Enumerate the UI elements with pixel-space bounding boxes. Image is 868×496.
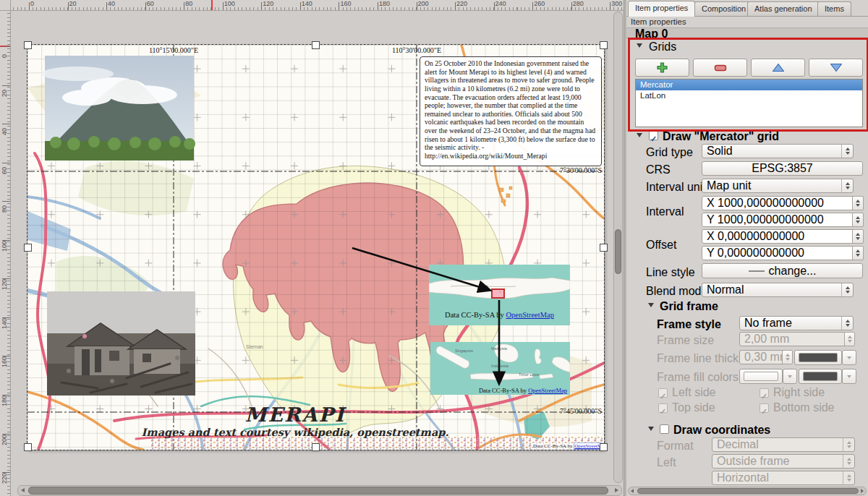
- frame-style-label: Frame style: [657, 318, 721, 331]
- interval-units-value: Map unit: [702, 179, 841, 192]
- place-label: Sleman: [246, 344, 263, 349]
- frame-style-value: No frame: [740, 317, 841, 330]
- ruler-tick: [106, 2, 107, 10]
- selection-handle-nw[interactable]: [24, 41, 32, 49]
- scrollbar-thumb[interactable]: [28, 487, 608, 495]
- selection-handle-ne[interactable]: [600, 41, 608, 49]
- grids-list[interactable]: MercatorLatLon: [635, 79, 863, 127]
- scroll-left-arrow[interactable]: [21, 488, 25, 492]
- blend-mode-value: Normal: [702, 283, 841, 296]
- draw-coordinates-collapse-arrow[interactable]: [648, 427, 654, 431]
- frame-side-option: Right side: [760, 386, 825, 399]
- grid-frame-collapse-arrow[interactable]: [648, 303, 654, 307]
- frame-fill-color1-dropdown: [783, 369, 797, 384]
- interval-x-spinbox[interactable]: X 1000,000000000000: [702, 196, 856, 210]
- horizontal-ruler: 0204060801001201401601802002202402602803…: [10, 0, 624, 11]
- combo-arrows-icon: [843, 438, 854, 451]
- destroyed-houses-photo[interactable]: [47, 291, 195, 395]
- draw-grid-collapse-arrow[interactable]: [637, 133, 642, 137]
- crs-button[interactable]: EPSG:3857: [702, 161, 863, 176]
- frame-line-thickness-spin-arrows: [782, 350, 793, 364]
- scrollbar-thumb[interactable]: [615, 229, 621, 274]
- interval-x-spin-arrows[interactable]: [852, 196, 864, 210]
- inset-map-indonesia[interactable]: Data CC-By-SA by OpenStreetMap Singapore…: [430, 342, 570, 395]
- offset-y-spinbox[interactable]: Y 0,000000000000: [702, 246, 856, 260]
- ruler-label: 0: [1, 54, 8, 58]
- offset-x-value: X 0,000000000000: [707, 230, 804, 243]
- left-position-label: Left: [657, 456, 676, 469]
- ruler-label: 60: [1, 167, 8, 174]
- grids-collapse-arrow[interactable]: [637, 43, 642, 48]
- add-grid-button[interactable]: [635, 59, 689, 77]
- ruler-tick: [339, 2, 339, 10]
- draw-grid-checkbox[interactable]: [649, 131, 658, 140]
- openstreetmap-link[interactable]: OpenStreetMap: [528, 387, 567, 394]
- offset-x-spin-arrows[interactable]: [852, 229, 864, 244]
- remove-grid-button[interactable]: [693, 59, 747, 77]
- article-text-item[interactable]: On 25 October 2010 the Indonesian govern…: [420, 56, 602, 166]
- offset-x-spinbox[interactable]: X 0,000000000000: [702, 229, 856, 244]
- composer-canvas[interactable]: 0204060801001201401601802002202402602803…: [0, 0, 624, 496]
- frame-sides-group: Left sideRight sideTop sideBottom side: [658, 386, 862, 419]
- ruler-label: 200: [418, 0, 429, 7]
- interval-label: Interval: [646, 205, 684, 218]
- interval-units-combo[interactable]: Map unit: [702, 179, 854, 193]
- openstreetmap-link[interactable]: OpenStreetMap: [506, 311, 553, 319]
- ruler-label: 140: [302, 0, 312, 7]
- scrollbar-thumb[interactable]: [637, 488, 859, 494]
- frame-size-value: 2,00 mm: [744, 333, 789, 346]
- ruler-label: 0: [30, 0, 34, 7]
- tab-item-properties[interactable]: Item properties: [628, 1, 695, 17]
- grid-list-item[interactable]: Mercator: [636, 80, 862, 90]
- canvas-horizontal-scrollbar[interactable]: [17, 485, 622, 496]
- move-grid-down-button[interactable]: [809, 59, 863, 77]
- openstreetmap-link[interactable]: OpenStreetM: [574, 442, 603, 450]
- line-style-label: Line style: [646, 266, 695, 279]
- format-label: Format: [657, 440, 694, 453]
- draw-coordinates-checkbox[interactable]: [660, 424, 669, 434]
- left-position-value: Outside frame: [712, 455, 843, 468]
- map-item[interactable]: 110°15'00.000"E 110°30'00.000"E 7°30'00.…: [27, 45, 604, 450]
- selection-handle-e[interactable]: [600, 244, 608, 252]
- ruler-label: 280: [573, 0, 584, 7]
- interval-y-spinbox[interactable]: Y 1000,000000000000: [702, 213, 856, 227]
- ruler-label: 160: [1, 356, 8, 367]
- combo-arrows-icon: [841, 145, 853, 158]
- interval-y-spin-arrows[interactable]: [852, 213, 864, 227]
- ruler-label: 80: [1, 205, 8, 213]
- frame-style-combo[interactable]: No frame: [739, 316, 854, 330]
- scroll-left-arrow[interactable]: [631, 489, 634, 493]
- up-triangle-icon: [772, 63, 785, 72]
- scroll-right-arrow[interactable]: [861, 489, 864, 493]
- map-title[interactable]: MERAPI: [172, 403, 418, 426]
- selection-handle-s[interactable]: [312, 443, 320, 451]
- map-subtitle[interactable]: Images and text courtesy wikipedia, open…: [93, 426, 498, 438]
- canvas-vertical-scrollbar[interactable]: [613, 12, 623, 483]
- move-grid-up-button[interactable]: [751, 59, 805, 77]
- blend-mode-combo[interactable]: Normal: [702, 283, 854, 297]
- selection-handle-w[interactable]: [24, 244, 32, 252]
- frame-line-thickness-spinbox: 0,30 mm: [739, 350, 786, 364]
- interval-y-value: Y 1000,000000000000: [707, 213, 824, 226]
- grid-list-item[interactable]: LatLon: [636, 90, 862, 101]
- frame-line-color-swatch: [799, 353, 838, 362]
- selection-handle-sw[interactable]: [24, 443, 32, 451]
- tab-atlas-generation[interactable]: Atlas generation: [747, 1, 820, 16]
- line-style-button[interactable]: change...: [702, 263, 863, 278]
- offset-y-spin-arrows[interactable]: [852, 246, 864, 260]
- grid-type-combo[interactable]: Solid: [702, 144, 854, 158]
- tab-composition[interactable]: Composition: [694, 1, 753, 16]
- format-combo: Decimal: [712, 437, 855, 452]
- volcano-photo[interactable]: [41, 56, 195, 161]
- grid-type-value: Solid: [702, 145, 841, 158]
- selection-handle-n[interactable]: [312, 41, 320, 49]
- scroll-right-arrow[interactable]: [615, 488, 618, 492]
- ruler-label: 240: [495, 0, 506, 7]
- ruler-label: 180: [379, 0, 390, 7]
- ruler-label: 20: [1, 90, 8, 97]
- tab-items[interactable]: Items: [817, 1, 851, 16]
- selection-handle-se[interactable]: [600, 443, 608, 451]
- panel-horizontal-scrollbar[interactable]: [628, 487, 867, 495]
- grid-coordinate-label: 7°45'00.000"S: [560, 407, 602, 415]
- line-style-value: change...: [769, 265, 817, 278]
